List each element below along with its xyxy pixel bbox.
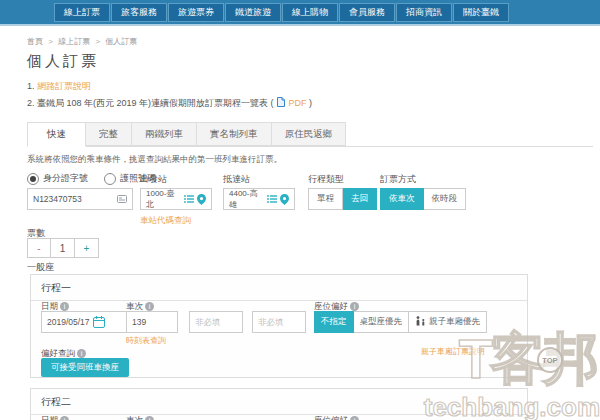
id-card-icon: [117, 195, 127, 203]
from-station-value: 1000-臺北: [146, 188, 181, 210]
calendar-icon[interactable]: [93, 316, 105, 328]
round-trip-button[interactable]: 去回: [343, 188, 377, 210]
count-value: 1: [51, 238, 75, 258]
intro-text: 系統將依照您的乘車條件，挑選查詢結果中的第一班列車進行訂票。: [27, 154, 282, 166]
notice-close-paren: ): [309, 98, 312, 108]
train-number-input[interactable]: 139: [126, 311, 178, 333]
to-station-field[interactable]: 4400-高雄: [223, 188, 295, 210]
holiday-schedule-text: 臺鐵局 108 年(西元 2019 年)連續假期開放訂票期程一覽表 (: [37, 98, 274, 108]
station-list-icon[interactable]: [267, 195, 277, 203]
seat-preference-label: 座位偏好i: [314, 415, 359, 420]
nav-item-online-shop[interactable]: 線上購物: [282, 3, 338, 22]
nav-item-online-booking[interactable]: 線上訂票: [54, 3, 110, 22]
notice-item-2: 2. 臺鐵局 108 年(西元 2019 年)連續假期開放訂票期程一覽表 ( P…: [27, 97, 312, 110]
train-info-icon[interactable]: i: [145, 416, 154, 420]
tra-booking-page: 線上訂票 旅客服務 旅遊票券 鐵道旅遊 線上購物 會員服務 招商資訊 關於臺鐵 …: [0, 0, 600, 420]
tab-indigenous-return[interactable]: 原住民返鄉: [272, 122, 347, 146]
breadcrumb: 首頁 > 線上訂票 > 個人訂票: [27, 36, 137, 47]
nav-item-about-tra[interactable]: 關於臺鐵: [453, 3, 509, 22]
family-booking-info-link-wrap: 親子車廂訂票說明: [421, 346, 485, 357]
seat-class-label: 一般座: [27, 261, 54, 274]
from-station-label: 出發站: [140, 173, 167, 186]
breadcrumb-current: 個人訂票: [105, 37, 137, 46]
train-number-value: 139: [132, 317, 146, 327]
by-time-period-button[interactable]: 依時段: [424, 188, 467, 210]
notice-item-1: 1. 網路訂票說明: [27, 80, 91, 93]
nav-item-travel-tickets[interactable]: 旅遊票券: [168, 3, 224, 22]
id-card-radio-label: 身分證字號: [43, 172, 88, 185]
tab-bike-train[interactable]: 兩鐵列車: [132, 122, 197, 146]
optional-train-input[interactable]: [195, 317, 237, 327]
booking-method-toggle: 依車次 依時段: [380, 188, 466, 210]
table-seat-priority-button[interactable]: 桌型座優先: [354, 311, 410, 333]
passport-radio[interactable]: [104, 173, 116, 185]
date-value: 2019/05/17: [47, 317, 90, 327]
top-navbar: 線上訂票 旅客服務 旅遊票券 鐵道旅遊 線上購物 會員服務 招商資訊 關於臺鐵: [0, 0, 600, 26]
seat-pref-info-icon[interactable]: i: [350, 302, 359, 311]
booking-method-label: 訂票方式: [380, 173, 416, 186]
optional-train-input[interactable]: [258, 317, 300, 327]
page-title: 個人訂票: [27, 52, 99, 71]
nav-item-passenger-service[interactable]: 旅客服務: [111, 3, 167, 22]
nav-item-business-info[interactable]: 招商資訊: [396, 3, 452, 22]
train-number-input-2[interactable]: [189, 311, 243, 333]
trip-type-toggle: 單程 去回: [308, 188, 377, 210]
breadcrumb-home[interactable]: 首頁: [27, 37, 43, 46]
booking-instructions-link[interactable]: 網路訂票說明: [37, 81, 91, 91]
pref-query-info-icon[interactable]: i: [77, 349, 86, 358]
pdf-icon: [277, 97, 285, 109]
notice-number: 2.: [27, 98, 35, 108]
breadcrumb-online-booking[interactable]: 線上訂票: [58, 37, 90, 46]
one-way-button[interactable]: 單程: [308, 188, 343, 210]
count-minus-button[interactable]: -: [27, 238, 51, 258]
date-label: 日期i: [41, 415, 69, 420]
date-info-icon[interactable]: i: [60, 302, 69, 311]
station-list-icon[interactable]: [184, 195, 194, 203]
timetable-query-link-wrap: 時刻表查詢: [126, 335, 166, 346]
id-number-value: N123470753: [33, 194, 114, 204]
booking-tabs: 快速 完整 兩鐵列車 實名制列車 原住民返鄉: [27, 122, 593, 147]
breadcrumb-separator: >: [48, 37, 53, 46]
seat-pref-info-icon[interactable]: i: [350, 416, 359, 420]
to-station-value: 4400-高雄: [229, 188, 264, 210]
watermark-top-badge: TOP: [537, 347, 563, 373]
id-number-input[interactable]: N123470753: [27, 188, 133, 210]
timetable-query-link[interactable]: 時刻表查詢: [126, 336, 166, 345]
trip-2-panel: 行程二 日期i 車次i 座位偏好i: [30, 388, 528, 420]
date-info-icon[interactable]: i: [60, 416, 69, 420]
id-type-radio-group: 身分證字號 護照號碼: [27, 172, 156, 185]
trip-1-panel: 行程一 日期i 2019/05/17 車次i 139 座位偏好i 不指定 桌型座…: [30, 274, 528, 378]
trip-type-label: 行程類型: [308, 173, 344, 186]
tab-quick[interactable]: 快速: [27, 122, 86, 147]
notice-number: 1.: [27, 81, 35, 91]
ticket-count-stepper: - 1 +: [27, 238, 99, 258]
station-map-pin-icon[interactable]: [280, 194, 289, 205]
from-station-field[interactable]: 1000-臺北: [140, 188, 212, 210]
no-preference-button[interactable]: 不指定: [314, 311, 354, 333]
seat-preference-toggle: 不指定 桌型座優先 親子車廂優先: [314, 311, 487, 333]
id-card-radio[interactable]: [27, 173, 39, 185]
train-number-input-3[interactable]: [252, 311, 306, 333]
accept-seat-change-button[interactable]: 可接受同班車換座: [41, 358, 129, 377]
tab-complete[interactable]: 完整: [86, 122, 132, 146]
train-number-label: 車次i: [126, 415, 154, 420]
date-input[interactable]: 2019/05/17: [41, 311, 129, 333]
trip-1-title: 行程一: [31, 275, 527, 301]
station-code-query-link-wrap: 車站代碼查詢: [140, 215, 191, 227]
station-map-pin-icon[interactable]: [197, 194, 206, 205]
count-plus-button[interactable]: +: [75, 238, 99, 258]
by-train-number-button[interactable]: 依車次: [380, 188, 424, 210]
station-code-query-link[interactable]: 車站代碼查詢: [140, 215, 191, 225]
family-booking-info-link[interactable]: 親子車廂訂票說明: [421, 347, 485, 356]
trip-2-title: 行程二: [31, 389, 527, 415]
to-station-label: 抵達站: [223, 173, 250, 186]
train-info-icon[interactable]: i: [145, 302, 154, 311]
tab-real-name-train[interactable]: 實名制列車: [197, 122, 272, 146]
parent-child-icon: [415, 316, 426, 328]
nav-item-member-service[interactable]: 會員服務: [339, 3, 395, 22]
nav-item-rail-tours[interactable]: 鐵道旅遊: [225, 3, 281, 22]
pdf-link[interactable]: PDF: [289, 98, 307, 108]
family-carriage-priority-button[interactable]: 親子車廂優先: [409, 311, 487, 333]
breadcrumb-separator: >: [95, 37, 100, 46]
